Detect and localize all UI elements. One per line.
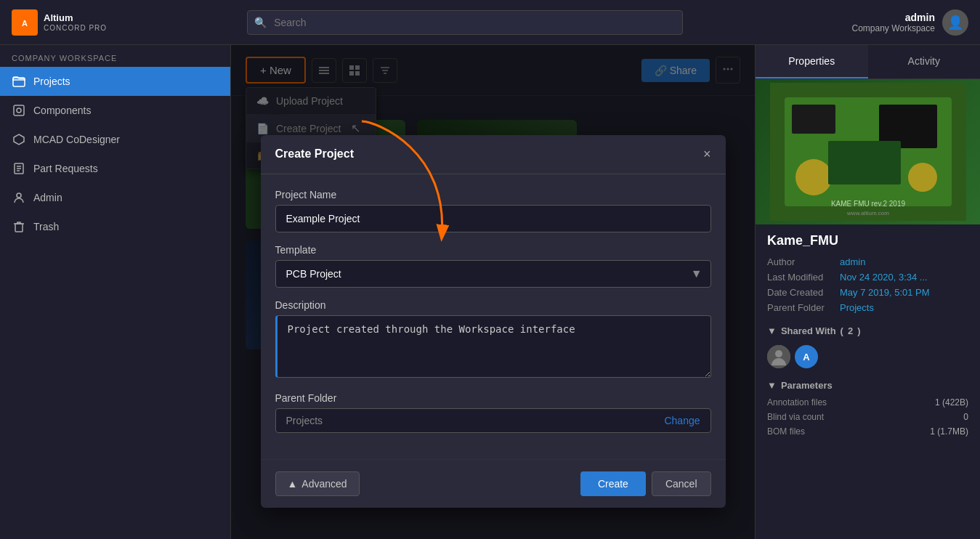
param-row-blind: Blind via count 0 — [756, 410, 980, 424]
meta-author: Author admin — [767, 254, 968, 270]
meta-parent-folder: Parent Folder Projects — [767, 300, 968, 315]
svg-text:KAME FMU rev.2 2019: KAME FMU rev.2 2019 — [830, 200, 905, 208]
chevron-up-icon: ▲ — [288, 478, 298, 490]
change-folder-button[interactable]: Change — [664, 415, 700, 426]
advanced-button[interactable]: ▲ Advanced — [275, 471, 360, 496]
parameters-label: Parameters — [781, 380, 833, 391]
template-label: Template — [275, 244, 711, 256]
parent-folder-group: Parent Folder Projects Change — [275, 392, 711, 433]
tab-activity[interactable]: Activity — [868, 45, 981, 78]
user-name: admin — [851, 12, 935, 23]
svg-point-31 — [908, 163, 937, 192]
chevron-down-icon: ▼ — [767, 325, 777, 336]
user-info: admin Company Workspace — [851, 12, 935, 33]
sidebar-label-admin: Admin — [33, 192, 62, 203]
sidebar-item-trash[interactable]: Trash — [0, 212, 230, 241]
description-textarea[interactable]: Project created through the Workspace in… — [275, 315, 711, 378]
sidebar-label-projects: Projects — [33, 76, 70, 87]
param-row-annotation: Annotation files 1 (422B) — [756, 395, 980, 410]
sidebar: COMPANY WORKSPACE Projects Components — [0, 45, 231, 539]
param-val-bom: 1 (1.7MB) — [930, 426, 968, 437]
meta-key-created: Date Created — [767, 287, 840, 298]
param-key-bom: BOM files — [767, 426, 840, 437]
panel-meta: Author admin Last Modified Nov 24 2020, … — [756, 251, 980, 318]
panel-tabs: Properties Activity — [756, 45, 980, 79]
mcad-icon — [12, 132, 26, 147]
modal-close-button[interactable]: × — [703, 147, 711, 162]
param-val-blind: 0 — [963, 412, 968, 422]
user-workspace: Company Workspace — [851, 23, 935, 33]
meta-val-created: May 7 2019, 5:01 PM — [840, 287, 930, 298]
shared-avatars: A — [756, 341, 980, 373]
sidebar-item-admin[interactable]: Admin — [0, 183, 230, 212]
meta-date-created: Date Created May 7 2019, 5:01 PM — [767, 285, 968, 300]
param-key-annotation: Annotation files — [767, 397, 840, 408]
shared-avatar-1 — [767, 345, 790, 368]
svg-point-36 — [775, 350, 782, 357]
app-logo: A — [12, 9, 38, 36]
svg-rect-3 — [14, 105, 24, 115]
modal-footer-right: Create Cancel — [580, 471, 711, 496]
param-val-annotation: 1 (422B) — [935, 397, 968, 408]
sidebar-item-projects[interactable]: Projects — [0, 67, 230, 96]
sidebar-item-components[interactable]: Components — [0, 96, 230, 125]
avatar-person-icon — [767, 345, 790, 368]
search-icon: 🔍 — [254, 17, 267, 28]
svg-text:A: A — [22, 19, 28, 28]
sidebar-item-part-requests[interactable]: Part Requests — [0, 154, 230, 183]
shared-with-header[interactable]: ▼ Shared With (2) — [756, 318, 980, 341]
shared-with-count: ( — [841, 325, 843, 336]
meta-key-author: Author — [767, 256, 840, 267]
sidebar-label-part-requests: Part Requests — [33, 163, 98, 174]
trash-icon — [12, 219, 26, 234]
template-select[interactable]: PCB Project Schematic Project Empty Proj… — [275, 260, 711, 288]
meta-val-modified: Nov 24 2020, 3:34 ... — [840, 272, 928, 283]
project-name-group: Project Name — [275, 189, 711, 232]
shared-with-count-val: 2 — [848, 325, 853, 336]
description-label: Description — [275, 299, 711, 311]
modal-title: Create Project — [275, 147, 355, 161]
modal-header: Create Project × — [261, 135, 726, 174]
project-name-input[interactable] — [275, 205, 711, 232]
parent-folder-row: Projects Change — [275, 408, 711, 433]
pcb-image: KAME FMU rev.2 2019 www.altium.com — [770, 83, 966, 221]
create-button[interactable]: Create — [580, 471, 646, 496]
meta-key-modified: Last Modified — [767, 272, 840, 283]
advanced-label: Advanced — [301, 478, 347, 490]
meta-last-modified: Last Modified Nov 24 2020, 3:34 ... — [767, 270, 968, 285]
parameters-header[interactable]: ▼ Parameters — [756, 373, 980, 395]
content-area: + New — [231, 45, 755, 539]
param-key-blind: Blind via count — [767, 412, 840, 422]
topbar: A Altium CONCORD PRO 🔍 admin Company Wor… — [0, 0, 980, 45]
description-group: Description Project created through the … — [275, 299, 711, 381]
components-icon — [12, 103, 26, 118]
avatar[interactable]: 👤 — [942, 9, 968, 36]
sidebar-label-components: Components — [33, 105, 91, 116]
meta-key-folder: Parent Folder — [767, 302, 840, 313]
svg-point-9 — [17, 193, 21, 198]
sidebar-item-mcad[interactable]: MCAD CoDesigner — [0, 125, 230, 154]
sidebar-label-mcad: MCAD CoDesigner — [33, 134, 120, 145]
template-group: Template PCB Project Schematic Project E… — [275, 244, 711, 288]
search-input[interactable] — [247, 10, 683, 35]
company-label: COMPANY WORKSPACE — [0, 45, 230, 67]
modal-body: Project Name Template PCB Project Schema… — [261, 174, 726, 459]
search-bar: 🔍 — [247, 10, 683, 35]
meta-val-folder: Projects — [840, 302, 874, 313]
panel-image: KAME FMU rev.2 2019 www.altium.com — [756, 79, 980, 224]
modal-overlay: Create Project × Project Name Template — [231, 45, 755, 539]
svg-point-4 — [17, 108, 21, 113]
shared-with-label: Shared With — [781, 325, 836, 336]
part-requests-icon — [12, 161, 26, 176]
user-area: admin Company Workspace 👤 — [851, 9, 968, 36]
svg-point-30 — [795, 159, 832, 195]
svg-rect-10 — [15, 224, 23, 232]
chevron-down-icon-params: ▼ — [767, 380, 777, 391]
tab-properties[interactable]: Properties — [756, 45, 868, 78]
svg-rect-2 — [13, 78, 25, 86]
cancel-button[interactable]: Cancel — [652, 471, 711, 496]
main-layout: COMPANY WORKSPACE Projects Components — [0, 45, 980, 539]
project-name-label: Project Name — [275, 189, 711, 200]
param-row-bom: BOM files 1 (1.7MB) — [756, 424, 980, 439]
app-product: CONCORD PRO — [44, 24, 107, 32]
